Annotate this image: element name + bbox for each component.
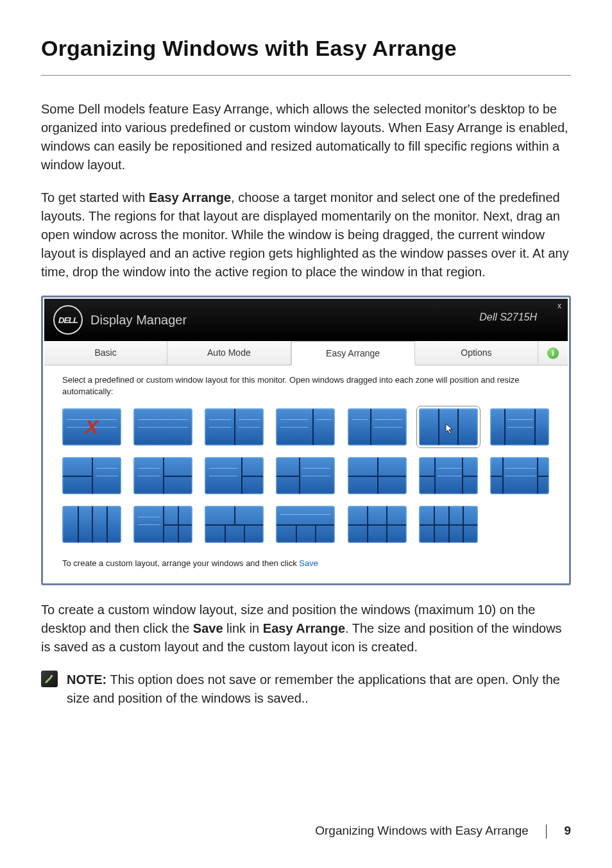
tab-basic[interactable]: Basic <box>44 341 167 365</box>
layout-3col-side-stacks[interactable] <box>419 457 478 494</box>
layout-2col-right-wide[interactable] <box>348 408 407 446</box>
layout-right-wide-left-stack[interactable] <box>276 457 335 494</box>
layout-right-stack[interactable] <box>133 457 192 494</box>
footer-title: Organizing Windows with Easy Arrange <box>315 824 529 837</box>
cursor-icon <box>445 423 454 435</box>
intro-paragraph-2: To get started with Easy Arrange, choose… <box>41 188 571 281</box>
window-titlebar: DELL Display Manager Dell S2715H x <box>44 299 568 341</box>
layout-grid: X <box>62 408 550 543</box>
tab-easy-arrange[interactable]: Easy Arrange <box>291 341 415 365</box>
heading-rule <box>41 75 571 76</box>
info-icon: i <box>547 347 559 359</box>
layout-left-half-right-quad[interactable] <box>133 506 192 543</box>
note-text: NOTE: This option does not save or remem… <box>67 671 571 708</box>
layout-2x4[interactable] <box>419 506 478 543</box>
note-icon <box>41 671 58 687</box>
x-icon: X <box>63 409 121 445</box>
layout-2x3[interactable] <box>348 506 407 543</box>
layout-full[interactable] <box>133 408 192 446</box>
p3-b1: Save <box>193 621 223 635</box>
layout-left-stack[interactable] <box>62 457 121 494</box>
p3-b2: Easy Arrange <box>263 621 345 635</box>
layout-quad[interactable] <box>348 457 407 494</box>
layout-3col-center-wide-side-stacks[interactable] <box>490 457 549 494</box>
intro-paragraph-1: Some Dell models feature Easy Arrange, w… <box>41 100 571 174</box>
dell-logo-text: DELL <box>58 315 78 325</box>
save-link[interactable]: Save <box>299 558 318 568</box>
layout-top-wide-bottom3[interactable] <box>276 506 335 543</box>
p3-mid: link in <box>223 621 263 635</box>
layout-4col[interactable] <box>62 506 121 543</box>
panel-instruction: Select a predefined or custom window lay… <box>62 374 550 397</box>
note-label: NOTE: <box>67 672 106 687</box>
app-title: Display Manager <box>90 313 187 328</box>
monitor-model-label: Dell S2715H <box>479 312 537 323</box>
footer-separator <box>546 824 547 839</box>
close-button[interactable]: x <box>557 301 561 310</box>
page-number: 9 <box>564 824 571 837</box>
layout-2col[interactable] <box>205 408 264 446</box>
display-manager-window: DELL Display Manager Dell S2715H x Basic… <box>41 296 571 585</box>
layout-2col-left-wide[interactable] <box>276 408 335 446</box>
save-instruction: To create a custom layout, arrange your … <box>62 558 550 568</box>
layout-3col-center-wide[interactable] <box>490 408 549 446</box>
layout-3col[interactable] <box>419 408 478 446</box>
tab-auto-mode[interactable]: Auto Mode <box>167 341 291 365</box>
save-line-pre: To create a custom layout, arrange your … <box>62 558 299 568</box>
custom-layout-paragraph: To create a custom window layout, size a… <box>41 601 571 656</box>
page-title: Organizing Windows with Easy Arrange <box>41 36 571 61</box>
info-button[interactable]: i <box>538 341 568 365</box>
p2-pre: To get started with <box>41 190 149 204</box>
note-block: NOTE: This option does not save or remem… <box>41 671 571 708</box>
layout-none[interactable]: X <box>62 408 121 446</box>
dell-logo: DELL <box>53 305 83 335</box>
tab-options[interactable]: Options <box>415 341 538 365</box>
note-body: This option does not save or remember th… <box>67 672 560 705</box>
easy-arrange-panel: Select a predefined or custom window lay… <box>44 365 568 582</box>
p2-bold: Easy Arrange <box>149 190 231 204</box>
page-footer: Organizing Windows with Easy Arrange 9 <box>41 824 571 839</box>
layout-t-top2-bottom3[interactable] <box>205 506 264 543</box>
layout-left-wide-right-stack[interactable] <box>205 457 264 494</box>
tab-bar: Basic Auto Mode Easy Arrange Options i <box>44 341 568 365</box>
